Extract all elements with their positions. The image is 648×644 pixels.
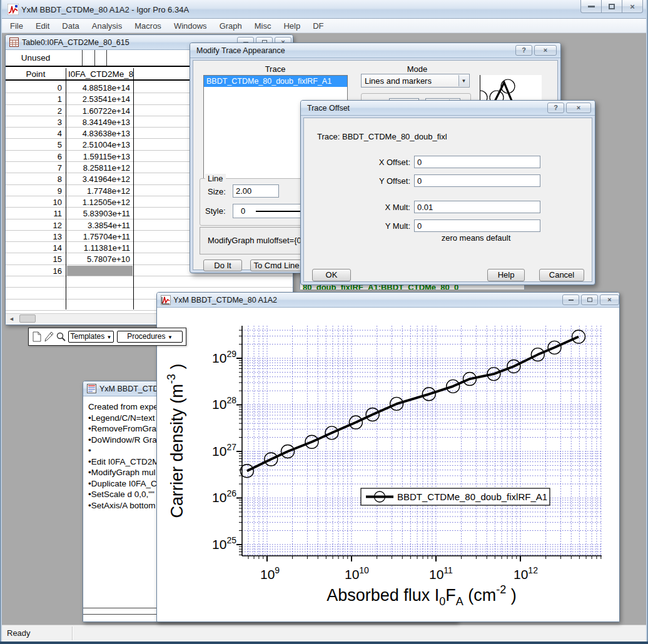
close-button[interactable]: ×: [622, 0, 643, 13]
menu-macros[interactable]: Macros: [128, 19, 168, 33]
menu-edit[interactable]: Edit: [29, 19, 56, 33]
main-titlebar[interactable]: YxM BBDT_CTDMe_80 A1A2 - Igor Pro 6.34A …: [0, 0, 648, 19]
minimize-icon: [588, 6, 595, 8]
trace-list-item-selected[interactable]: BBDT_CTDMe_80_doub_fixlRF_A1: [204, 76, 347, 87]
value-cell[interactable]: 4.83638e+13: [68, 129, 130, 138]
offset-dialog-titlebar[interactable]: Trace Offset ? ×: [301, 101, 595, 116]
line-style-label: Style:: [205, 206, 226, 216]
menu-file[interactable]: File: [4, 19, 29, 33]
ok-button[interactable]: OK: [312, 269, 351, 281]
dialog-close-button[interactable]: ×: [534, 45, 557, 56]
log-log-plot: 10251026102710281029109101010111012Absor…: [158, 308, 619, 621]
value-cell[interactable]: 2.51004e+13: [68, 140, 130, 149]
menu-df[interactable]: DF: [306, 19, 330, 33]
svg-text:BBDT_CTDMe_80_doub_fixlRF_A1: BBDT_CTDMe_80_doub_fixlRF_A1: [397, 491, 547, 502]
offset-field-input[interactable]: 0: [414, 156, 540, 168]
value-cell[interactable]: 1.60722e+14: [68, 106, 130, 116]
window-edge: [0, 0, 2, 644]
menu-help[interactable]: Help: [277, 19, 306, 33]
column-divider-tick: [82, 50, 83, 66]
value-cell[interactable]: 4.88518e+14: [68, 83, 130, 93]
menu-misc[interactable]: Misc: [248, 19, 278, 33]
scroll-left-arrow-icon[interactable]: ◄: [7, 314, 16, 323]
selected-cell[interactable]: [67, 266, 133, 276]
new-document-icon[interactable]: [33, 331, 41, 342]
point-cell: 13: [6, 232, 62, 241]
offset-trace-label: Trace: BBDT_CTDMe_80_doub_fixl: [317, 132, 447, 141]
point-cell: 15: [6, 254, 62, 264]
value-cell[interactable]: 1.75704e+11: [68, 232, 130, 241]
value-cell[interactable]: 1.7748e+12: [68, 186, 130, 196]
column-divider: [66, 68, 66, 309]
menu-windows[interactable]: Windows: [168, 19, 213, 33]
value-cell[interactable]: 8.34149e+13: [68, 118, 130, 127]
value-cell[interactable]: 5.83903e+11: [68, 209, 130, 218]
procedures-dropdown[interactable]: Procedures ▼: [117, 331, 183, 343]
mode-label: Mode: [361, 64, 473, 74]
status-text: Ready: [7, 628, 31, 638]
mode-dropdown[interactable]: Lines and markers ▼: [361, 74, 470, 88]
offset-field-label: X Mult:: [342, 203, 410, 212]
offset-field-input[interactable]: 0: [414, 219, 540, 232]
point-cell: 2: [6, 106, 62, 116]
table-row-empty[interactable]: [6, 276, 293, 288]
notebook-icon: [87, 384, 96, 393]
maximize-icon: [587, 298, 592, 302]
cancel-button[interactable]: Cancel: [539, 269, 584, 281]
value-cell[interactable]: 3.41964e+12: [68, 174, 130, 184]
magnifier-icon[interactable]: [56, 331, 66, 342]
point-cell: 3: [6, 118, 62, 127]
dropdown-arrow-icon: ▼: [168, 335, 173, 340]
modify-dialog-titlebar[interactable]: Modify Trace Appearance ? ×: [190, 43, 560, 58]
scrollbar-thumb[interactable]: [19, 314, 36, 323]
trace-offset-dialog[interactable]: Trace Offset ? × Trace: BBDT_CTDMe_80_do…: [300, 100, 595, 285]
value-cell[interactable]: 1.11381e+11: [68, 243, 130, 253]
help-button[interactable]: Help: [487, 269, 525, 281]
svg-text:1029: 1029: [212, 349, 236, 365]
line-size-field[interactable]: 2.00: [233, 184, 279, 198]
value-cell[interactable]: 1.12505e+12: [68, 198, 130, 207]
column-header-point[interactable]: Point: [6, 69, 66, 79]
column-divider-tick: [94, 50, 95, 66]
menu-bar: FileEditDataAnalysisMacrosWindowsGraphMi…: [0, 19, 648, 33]
procedure-toolbar: Templates ▼ Procedures ▼: [28, 328, 186, 346]
graph-minimize-button[interactable]: [562, 294, 579, 305]
value-cell[interactable]: 1.59115e+13: [68, 152, 130, 161]
dialog-help-button[interactable]: ?: [515, 45, 532, 56]
menu-graph[interactable]: Graph: [213, 19, 248, 33]
menu-analysis[interactable]: Analysis: [86, 19, 128, 33]
column-divider-tick: [106, 50, 107, 66]
value-cell[interactable]: 5.7807e+10: [68, 254, 130, 264]
menu-data[interactable]: Data: [56, 19, 85, 33]
point-cell: 8: [6, 174, 62, 184]
close-icon: ×: [577, 104, 580, 111]
graph-titlebar[interactable]: YxM BBDT_CTDMe_80 A1A2 ×: [157, 293, 619, 308]
command-preview-text: ModifyGraph muloffset={0,0}: [208, 236, 311, 245]
to-cmd-line-button[interactable]: To Cmd Line: [250, 259, 303, 271]
dialog-close-button[interactable]: ×: [566, 103, 591, 113]
value-cell[interactable]: 3.3854e+11: [68, 221, 130, 230]
templates-dropdown[interactable]: Templates ▼: [68, 331, 114, 343]
minimize-button[interactable]: [580, 0, 602, 13]
graph-window[interactable]: YxM BBDT_CTDMe_80 A1A2 × 102510261027102…: [156, 292, 620, 622]
point-cell: 5: [6, 140, 62, 149]
graph-close-button[interactable]: ×: [600, 294, 619, 305]
pencil-icon[interactable]: [44, 331, 54, 342]
value-cell[interactable]: 2.53541e+14: [68, 94, 130, 104]
restore-button[interactable]: [601, 0, 622, 13]
graph-maximize-button[interactable]: [581, 294, 598, 305]
offset-field-input[interactable]: 0: [414, 174, 540, 187]
graph-title: YxM BBDT_CTDMe_80 A1A2: [173, 296, 277, 304]
column-header-wave[interactable]: I0FA_CTD2Me_80_: [68, 69, 133, 79]
svg-text:1026: 1026: [212, 488, 236, 505]
graph-body[interactable]: 10251026102710281029109101010111012Absor…: [158, 308, 619, 621]
line-style-value: 0: [241, 206, 245, 216]
do-it-button[interactable]: Do It: [203, 259, 242, 271]
dialog-help-button[interactable]: ?: [547, 103, 564, 113]
igor-app-icon: [8, 4, 19, 15]
offset-field-input[interactable]: 0.01: [414, 201, 540, 213]
offset-field-label: Y Mult:: [342, 221, 410, 231]
table-icon: [9, 38, 19, 47]
value-cell[interactable]: 8.25811e+12: [68, 163, 130, 173]
close-icon: ×: [630, 3, 635, 11]
